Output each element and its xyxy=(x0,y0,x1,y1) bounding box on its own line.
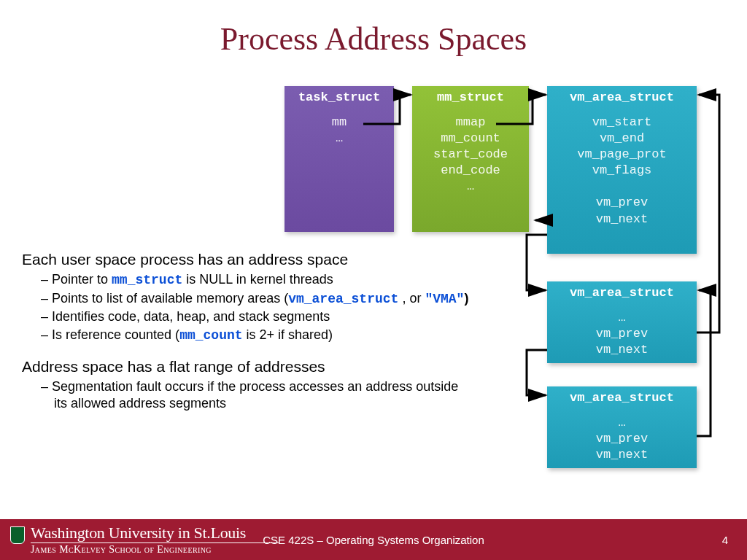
page-number: 4 xyxy=(722,534,728,546)
bullet: Identifies code, data, heap, and stack s… xyxy=(22,308,474,325)
mm-field: mmap xyxy=(418,114,523,131)
vma-field: vm_next xyxy=(553,447,691,463)
vm-area-struct-box-3: vm_area_struct … vm_prev vm_next xyxy=(547,386,697,468)
task-struct-header: task_struct xyxy=(290,90,388,104)
mm-field: … xyxy=(418,179,523,195)
vma-field: … xyxy=(553,310,691,326)
vma-field: vm_prev xyxy=(553,431,691,447)
task-field: mm xyxy=(290,114,388,131)
vma-header: vm_area_struct xyxy=(553,286,691,300)
vm-area-struct-box-1: vm_area_struct vm_start vm_end vm_page_p… xyxy=(547,86,697,254)
vma-field: vm_page_prot xyxy=(553,147,691,163)
task-field: … xyxy=(290,131,388,147)
vma-field: vm_flags xyxy=(553,163,691,179)
footer-bar: Washington University in St.Louis James … xyxy=(0,519,747,560)
vma-field: … xyxy=(553,415,691,431)
vm-area-struct-box-2: vm_area_struct … vm_prev vm_next xyxy=(547,281,697,363)
course-label: CSE 422S – Operating Systems Organizatio… xyxy=(0,534,747,546)
mm-field: end_code xyxy=(418,163,523,179)
mm-struct-header: mm_struct xyxy=(418,90,523,104)
bullet: Pointer to mm_struct is NULL in kernel t… xyxy=(22,271,474,289)
mm-struct-box: mm_struct mmap mm_count start_code end_c… xyxy=(412,86,529,232)
vma-field: vm_prev xyxy=(553,195,691,211)
mm-field: start_code xyxy=(418,147,523,163)
slide-title: Process Address Spaces xyxy=(0,0,747,58)
body-text: Each user space process has an address s… xyxy=(22,251,474,426)
school-name: James McKelvey School of Engineering xyxy=(31,545,279,556)
bullet: Segmentation fault occurs if the process… xyxy=(22,378,474,411)
mm-field: mm_count xyxy=(418,131,523,147)
task-struct-box: task_struct mm … xyxy=(285,86,394,232)
vma-field: vm_end xyxy=(553,131,691,147)
bullet: Is reference counted (mm_count is 2+ if … xyxy=(22,327,474,344)
vma-field: vm_start xyxy=(553,114,691,131)
vma-field: vm_prev xyxy=(553,326,691,342)
vma-field: vm_next xyxy=(553,342,691,358)
vma-header: vm_area_struct xyxy=(553,391,691,405)
para1-lead: Each user space process has an address s… xyxy=(22,251,474,268)
vma-field xyxy=(553,179,691,195)
vma-header: vm_area_struct xyxy=(553,90,691,104)
para2-lead: Address space has a flat range of addres… xyxy=(22,358,474,376)
vma-field: vm_next xyxy=(553,211,691,228)
bullet: Points to list of available memory areas… xyxy=(22,290,474,308)
